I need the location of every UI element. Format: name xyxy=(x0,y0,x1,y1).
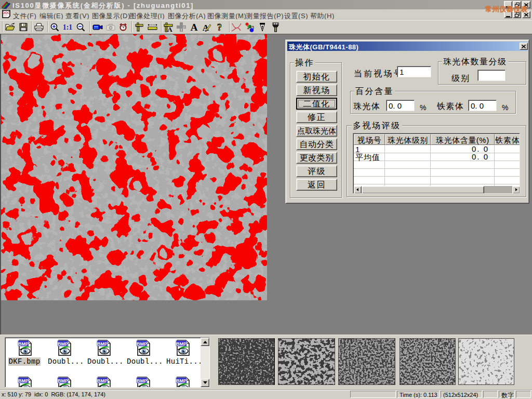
svg-text:BMP: BMP xyxy=(97,341,108,347)
svg-text:BMP: BMP xyxy=(137,378,147,383)
svg-text:BMP: BMP xyxy=(58,341,68,347)
svg-text:BMP: BMP xyxy=(176,341,187,347)
svg-text:1:1: 1:1 xyxy=(63,23,73,31)
svg-text:BMP: BMP xyxy=(137,341,147,347)
svg-text:DOC: DOC xyxy=(3,11,10,15)
svg-text:BMP: BMP xyxy=(97,378,108,383)
svg-text:A: A xyxy=(190,23,197,32)
svg-text:BMP: BMP xyxy=(176,378,187,383)
svg-text:A: A xyxy=(167,25,172,32)
svg-text:BMP: BMP xyxy=(18,378,29,383)
svg-text:BMP: BMP xyxy=(18,341,29,347)
svg-text:?: ? xyxy=(217,23,222,32)
svg-text:BMP: BMP xyxy=(58,378,68,383)
